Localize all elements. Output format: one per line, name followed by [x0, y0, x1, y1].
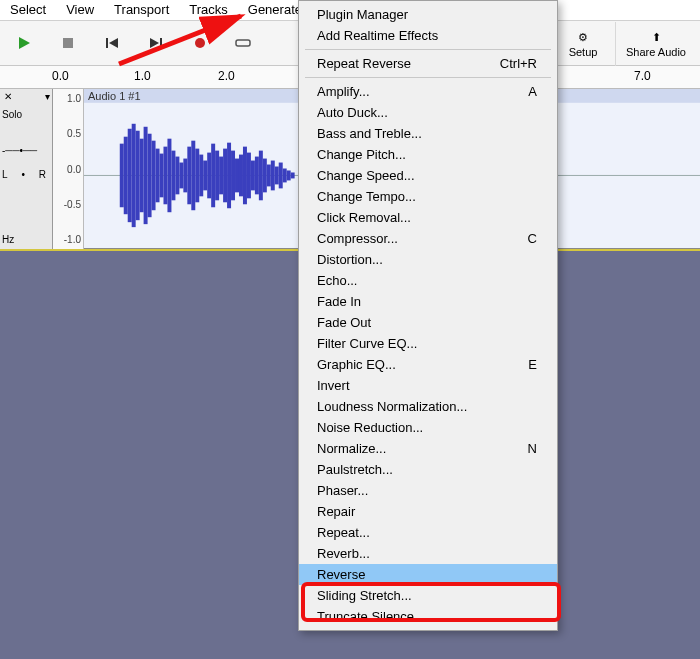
stop-button[interactable]: [48, 25, 88, 61]
skip-end-button[interactable]: [136, 25, 176, 61]
svg-rect-46: [263, 159, 267, 193]
share-audio-button[interactable]: ⬆ Share Audio: [615, 22, 696, 66]
menu-separator: [305, 49, 551, 50]
record-button[interactable]: [180, 25, 220, 61]
svg-rect-33: [211, 144, 215, 208]
effect-amplify[interactable]: Amplify...A: [299, 81, 557, 102]
svg-rect-52: [287, 170, 291, 180]
svg-marker-0: [19, 37, 30, 49]
svg-rect-22: [167, 139, 171, 213]
svg-rect-31: [203, 161, 207, 191]
effect-distortion[interactable]: Distortion...: [299, 249, 557, 270]
effect-change-speed[interactable]: Change Speed...: [299, 165, 557, 186]
effect-plugin-manager[interactable]: Plugin Manager: [299, 4, 557, 25]
svg-point-6: [195, 38, 205, 48]
upload-icon: ⬆: [652, 31, 661, 44]
svg-rect-49: [275, 167, 279, 185]
menu-transport[interactable]: Transport: [104, 0, 179, 20]
track-dropdown-icon[interactable]: ▾: [45, 91, 50, 102]
effect-graphic-eq[interactable]: Graphic EQ...E: [299, 354, 557, 375]
effect-truncate-silence[interactable]: Truncate Silence...: [299, 606, 557, 627]
effect-loudness-normalization[interactable]: Loudness Normalization...: [299, 396, 557, 417]
close-track-icon[interactable]: ✕: [4, 92, 14, 102]
effect-fade-out[interactable]: Fade Out: [299, 312, 557, 333]
svg-rect-47: [267, 165, 271, 187]
svg-rect-35: [219, 157, 223, 195]
svg-rect-38: [231, 151, 235, 201]
effect-auto-duck[interactable]: Auto Duck...: [299, 102, 557, 123]
menu-tracks[interactable]: Tracks: [179, 0, 238, 20]
svg-rect-53: [291, 172, 295, 178]
effect-compressor[interactable]: Compressor...C: [299, 228, 557, 249]
svg-rect-17: [148, 134, 152, 217]
effect-add-realtime[interactable]: Add Realtime Effects: [299, 25, 557, 46]
track-control-panel[interactable]: ✕ ▾ Solo -──•── L•R Hz: [0, 89, 53, 249]
effect-repair[interactable]: Repair: [299, 501, 557, 522]
svg-rect-19: [156, 149, 160, 203]
play-button[interactable]: [4, 25, 44, 61]
svg-rect-45: [259, 151, 263, 201]
svg-rect-1: [63, 38, 73, 48]
svg-rect-44: [255, 157, 259, 195]
effect-click-removal[interactable]: Click Removal...: [299, 207, 557, 228]
effect-filter-curve-eq[interactable]: Filter Curve EQ...: [299, 333, 557, 354]
gain-slider[interactable]: -──•──: [2, 145, 46, 156]
svg-rect-23: [171, 151, 175, 201]
svg-rect-48: [271, 161, 275, 191]
effect-echo[interactable]: Echo...: [299, 270, 557, 291]
menu-select[interactable]: Select: [0, 0, 56, 20]
effect-normalize[interactable]: Normalize...N: [299, 438, 557, 459]
tick: 0.0: [52, 69, 69, 83]
svg-rect-30: [199, 155, 203, 197]
svg-rect-50: [279, 163, 283, 189]
svg-rect-41: [243, 147, 247, 205]
effect-bass-and-treble[interactable]: Bass and Treble...: [299, 123, 557, 144]
setup-button[interactable]: ⚙ Setup: [552, 22, 613, 66]
svg-rect-21: [163, 147, 167, 205]
svg-rect-13: [132, 124, 136, 227]
tick: 7.0: [634, 69, 651, 83]
svg-rect-39: [235, 159, 239, 193]
amplitude-scale: 1.0 0.5 0.0 -0.5 -1.0: [53, 89, 84, 249]
effect-change-tempo[interactable]: Change Tempo...: [299, 186, 557, 207]
svg-rect-5: [160, 38, 162, 48]
solo-button[interactable]: Solo: [2, 109, 22, 120]
pan-slider[interactable]: L•R: [2, 169, 46, 180]
effect-reverse[interactable]: Reverse: [299, 564, 557, 585]
svg-marker-4: [150, 38, 159, 48]
effect-sliding-stretch[interactable]: Sliding Stretch...: [299, 585, 557, 606]
svg-rect-36: [223, 149, 227, 203]
effect-phaser[interactable]: Phaser...: [299, 480, 557, 501]
svg-rect-34: [215, 151, 219, 201]
tick: 2.0: [218, 69, 235, 83]
clip-title: Audio 1 #1: [88, 90, 141, 102]
svg-rect-14: [136, 131, 140, 220]
svg-rect-10: [120, 144, 124, 208]
svg-rect-18: [152, 141, 156, 211]
svg-rect-11: [124, 137, 128, 215]
effect-fade-in[interactable]: Fade In: [299, 291, 557, 312]
svg-rect-51: [283, 169, 287, 183]
effect-repeat[interactable]: Repeat...: [299, 522, 557, 543]
gear-icon: ⚙: [578, 31, 588, 44]
svg-rect-32: [207, 153, 211, 199]
effect-repeat-last[interactable]: Repeat ReverseCtrl+R: [299, 53, 557, 74]
svg-rect-28: [191, 141, 195, 211]
effect-paulstretch[interactable]: Paulstretch...: [299, 459, 557, 480]
svg-rect-42: [247, 153, 251, 199]
effect-noise-reduction[interactable]: Noise Reduction...: [299, 417, 557, 438]
svg-rect-29: [195, 149, 199, 203]
skip-start-button[interactable]: [92, 25, 132, 61]
svg-rect-43: [251, 161, 255, 191]
loop-button[interactable]: [224, 25, 264, 61]
rate-label: Hz: [2, 234, 14, 245]
svg-rect-24: [175, 157, 179, 195]
svg-rect-12: [128, 129, 132, 222]
effect-change-pitch[interactable]: Change Pitch...: [299, 144, 557, 165]
effect-reverb[interactable]: Reverb...: [299, 543, 557, 564]
tick: 1.0: [134, 69, 151, 83]
svg-rect-27: [187, 147, 191, 205]
svg-rect-26: [183, 159, 187, 193]
menu-view[interactable]: View: [56, 0, 104, 20]
effect-invert[interactable]: Invert: [299, 375, 557, 396]
